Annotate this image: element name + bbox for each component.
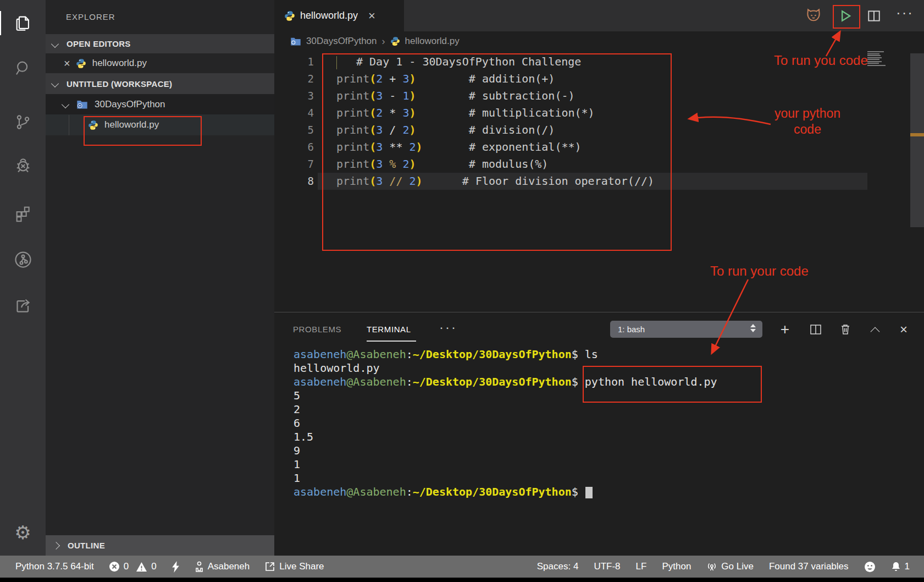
feedback-smiley-item[interactable]: [864, 561, 876, 573]
settings-gear-icon[interactable]: ⚙: [0, 519, 46, 546]
python-file-icon: [76, 58, 86, 69]
terminal-line: 1: [294, 458, 717, 471]
feedback-lightning-item[interactable]: [171, 561, 180, 573]
maximize-panel-icon[interactable]: [866, 321, 884, 338]
terminal-output[interactable]: asabeneh@Asabeneh:~/Desktop/30DaysOfPyth…: [294, 348, 717, 499]
terminal-line: 5: [294, 389, 717, 403]
terminal-line: helloworld.py: [294, 361, 717, 375]
python-interpreter-item[interactable]: Python 3.7.5 64-bit: [15, 561, 94, 572]
terminal-line: asabeneh@Asabeneh:~/Desktop/30DaysOfPyth…: [294, 348, 717, 361]
arrow-to-command: [712, 279, 748, 353]
tab-helloworld[interactable]: helloworld.py ×: [274, 0, 404, 31]
live-share-icon: [264, 561, 275, 572]
line-number: 2: [274, 70, 314, 87]
chevron-right-icon: [52, 541, 60, 549]
indentation-item[interactable]: Spaces: 4: [537, 561, 579, 572]
code-line[interactable]: print(3 // 2) # Floor division operator(…: [336, 173, 654, 190]
explorer-icon[interactable]: [0, 10, 46, 36]
folder-icon: [290, 36, 301, 46]
minimap[interactable]: [867, 51, 892, 67]
chevron-down-icon: [51, 40, 59, 47]
run-button[interactable]: [838, 8, 853, 26]
variables-item[interactable]: Found 37 variables: [769, 561, 849, 572]
code-line[interactable]: # Day 1 - 30DaysOfPython Challenge: [336, 53, 581, 70]
extensions-icon[interactable]: [0, 200, 46, 227]
problems-item[interactable]: 0 0: [109, 561, 157, 572]
annotation-your-python-code: your python code: [768, 106, 846, 138]
breadcrumb-file[interactable]: helloworld.py: [405, 36, 460, 47]
more-actions-icon[interactable]: ···: [896, 4, 914, 21]
terminal-line: 9: [294, 444, 717, 458]
shell-select-value: 1: bash: [618, 325, 645, 334]
select-spinner-icon: [750, 324, 756, 332]
breadcrumb-separator: ›: [382, 36, 385, 47]
breadcrumb-folder[interactable]: 30DaysOfPython: [306, 36, 377, 47]
search-icon[interactable]: [0, 55, 46, 81]
live-share-item[interactable]: Live Share: [264, 561, 324, 572]
notifications-item[interactable]: 1: [891, 561, 910, 572]
status-bar: Python 3.7.5 64-bit 0 0 Asabeneh Live Sh…: [0, 556, 924, 578]
encoding-item[interactable]: UTF-8: [594, 561, 620, 572]
folder-row-30daysofpython[interactable]: 30DaysOfPython: [46, 94, 274, 114]
outline-label: OUTLINE: [68, 541, 105, 550]
line-number: 8: [274, 173, 314, 190]
terminal-line: 1.5: [294, 430, 717, 444]
editor-scrollbar[interactable]: [910, 53, 924, 227]
tab-problems[interactable]: PROBLEMS: [293, 325, 341, 334]
debug-icon[interactable]: [0, 153, 46, 179]
split-editor-icon[interactable]: [867, 9, 881, 25]
line-number: 3: [274, 87, 314, 105]
smiley-icon: [864, 561, 876, 573]
code-line[interactable]: print(3 / 2) # division(/): [336, 122, 555, 139]
pets-cat-icon[interactable]: [805, 7, 822, 26]
error-icon: [109, 561, 120, 572]
shell-select[interactable]: 1: bash: [610, 321, 762, 338]
person-icon: [195, 561, 204, 572]
lightning-icon: [171, 561, 180, 573]
bell-icon: [891, 561, 901, 572]
open-editor-file-label: helloworld.py: [92, 58, 147, 69]
language-mode-item[interactable]: Python: [662, 561, 691, 572]
python-file-icon: [284, 10, 295, 21]
panel-more-icon[interactable]: ···: [439, 320, 457, 335]
line-number: 7: [274, 156, 314, 173]
arrow-to-code: [689, 117, 771, 124]
code-line[interactable]: print(2 + 3) # addition(+): [336, 70, 555, 87]
share-icon[interactable]: [0, 293, 46, 319]
open-editor-item[interactable]: × helloworld.py: [46, 53, 274, 73]
breadcrumb[interactable]: 30DaysOfPython › helloworld.py: [274, 31, 924, 51]
git-graph-icon[interactable]: [0, 246, 46, 273]
eol-item[interactable]: LF: [636, 561, 647, 572]
source-control-icon[interactable]: [0, 109, 46, 135]
open-editors-header[interactable]: OPEN EDITORS: [46, 34, 274, 53]
code-line[interactable]: print(3 % 2) # modulus(%): [336, 156, 548, 173]
outline-header[interactable]: OUTLINE: [46, 535, 274, 556]
close-panel-icon[interactable]: ×: [895, 321, 912, 338]
new-terminal-icon[interactable]: +: [776, 321, 794, 338]
python-file-icon: [88, 120, 98, 130]
account-item[interactable]: Asabeneh: [195, 561, 250, 572]
annotation-run-top: To run you code: [774, 53, 868, 68]
chevron-down-icon: [51, 80, 59, 87]
file-row-helloworld[interactable]: helloworld.py: [46, 114, 274, 135]
tab-label: helloworld.py: [300, 10, 358, 21]
gear-glyph: ⚙: [14, 521, 31, 543]
line-number: 4: [274, 105, 314, 122]
go-live-item[interactable]: Go Live: [706, 561, 754, 572]
kill-terminal-trash-icon[interactable]: [837, 321, 854, 338]
line-number: 5: [274, 122, 314, 139]
code-line[interactable]: print(2 * 3) # multiplication(*): [336, 105, 595, 122]
code-line[interactable]: print(3 - 1) # subtraction(-): [336, 87, 575, 105]
tab-terminal[interactable]: TERMINAL: [367, 325, 411, 334]
sidebar-title: EXPLORER: [66, 12, 115, 21]
workspace-header[interactable]: UNTITLED (WORKSPACE): [46, 73, 274, 94]
workspace-label: UNTITLED (WORKSPACE): [67, 79, 172, 89]
code-line[interactable]: print(3 ** 2) # exponential(**): [336, 139, 582, 156]
panel-top-border[interactable]: [274, 312, 924, 312]
tab-close-icon[interactable]: ×: [368, 10, 375, 21]
split-terminal-icon[interactable]: [807, 321, 825, 338]
folder-label: 30DaysOfPython: [95, 99, 165, 110]
close-icon[interactable]: ×: [64, 58, 70, 69]
terminal-line: 1: [294, 471, 717, 485]
terminal-cursor: [585, 487, 593, 498]
